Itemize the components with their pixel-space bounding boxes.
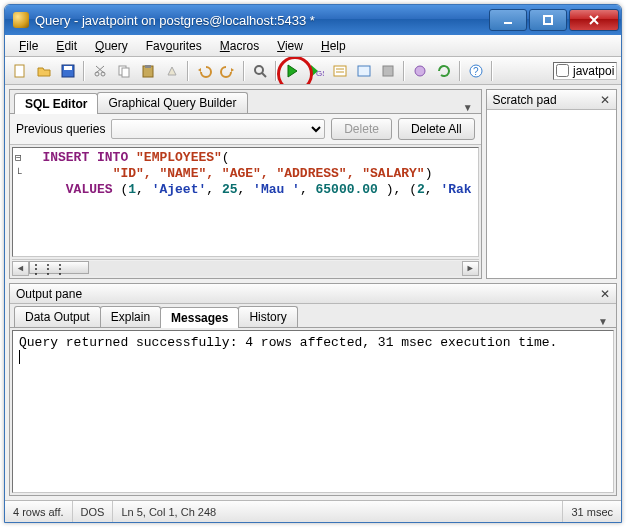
stop-icon[interactable] [377,60,399,82]
svg-text:?: ? [473,66,479,77]
app-icon [13,12,29,28]
menu-query[interactable]: Query [87,37,136,55]
menu-view[interactable]: View [269,37,311,55]
scratch-pad-panel: Scratch pad ✕ [486,89,617,279]
menu-help[interactable]: Help [313,37,354,55]
status-mode: DOS [73,501,114,522]
paste-icon[interactable] [137,60,159,82]
toolbar: GS ? javatpoi [5,57,621,85]
previous-queries-select[interactable] [111,119,325,139]
status-time: 31 msec [563,501,621,522]
save-icon[interactable] [57,60,79,82]
clear-icon[interactable] [161,60,183,82]
statusbar: 4 rows aff. DOS Ln 5, Col 1, Ch 248 31 m… [5,500,621,522]
svg-line-16 [262,73,266,77]
menu-favourites[interactable]: Favourites [138,37,210,55]
output-close-icon[interactable]: ✕ [600,287,610,301]
svg-text:GS: GS [316,69,324,78]
tab-history[interactable]: History [238,306,297,327]
tab-data-output[interactable]: Data Output [14,306,101,327]
output-collapse-icon[interactable]: ▼ [594,316,612,327]
find-icon[interactable] [249,60,271,82]
sql-editor-textarea[interactable]: ⊟└ INSERT INTO "EMPLOYEES"( "ID", "NAME"… [12,147,479,257]
toggle-icon[interactable] [409,60,431,82]
menubar: File Edit Query Favourites Macros View H… [5,35,621,57]
help-icon[interactable]: ? [465,60,487,82]
tab-explain[interactable]: Explain [100,306,161,327]
delete-all-button[interactable]: Delete All [398,118,475,140]
copy-icon[interactable] [113,60,135,82]
output-pane-title: Output pane [16,287,82,301]
explain-analyze-icon[interactable] [353,60,375,82]
menu-macros[interactable]: Macros [212,37,267,55]
cut-icon[interactable] [89,60,111,82]
messages-area[interactable]: Query returned successfully: 4 rows affe… [12,330,614,493]
new-icon[interactable] [9,60,31,82]
execute-button[interactable] [281,60,303,82]
svg-rect-1 [544,16,552,24]
delete-button[interactable]: Delete [331,118,392,140]
menu-edit[interactable]: Edit [48,37,85,55]
svg-rect-18 [334,66,346,76]
execute-pgscript-icon[interactable]: GS [305,60,327,82]
db-label: javatpoi [573,64,614,78]
svg-rect-6 [64,66,72,70]
scroll-thumb[interactable]: ⋮⋮⋮ [29,261,89,274]
scroll-right-icon[interactable]: ► [462,261,479,276]
svg-rect-14 [145,65,151,68]
tab-graphical-query-builder[interactable]: Graphical Query Builder [97,92,247,113]
scroll-left-icon[interactable]: ◄ [12,261,29,276]
scratch-area[interactable] [487,110,616,278]
editor-pane: SQL Editor Graphical Query Builder ▼ Pre… [9,89,482,279]
output-pane: Output pane ✕ Data Output Explain Messag… [9,283,617,496]
tab-sql-editor[interactable]: SQL Editor [14,93,98,114]
database-selector[interactable]: javatpoi [553,62,617,80]
open-icon[interactable] [33,60,55,82]
close-button[interactable] [569,9,619,31]
db-checkbox[interactable] [556,64,569,77]
menu-file[interactable]: File [11,37,46,55]
status-rows: 4 rows aff. [5,501,73,522]
svg-point-15 [255,66,263,74]
scratch-pad-title: Scratch pad [493,93,557,107]
titlebar[interactable]: Query - javatpoint on postgres@localhost… [5,5,621,35]
horizontal-scrollbar[interactable]: ◄ ⋮⋮⋮ ► [12,259,479,276]
minimize-button[interactable] [489,9,527,31]
window-title: Query - javatpoint on postgres@localhost… [35,13,489,28]
status-position: Ln 5, Col 1, Ch 248 [113,501,563,522]
redo-icon[interactable] [217,60,239,82]
refresh-icon[interactable] [433,60,455,82]
svg-point-23 [415,66,425,76]
collapse-icon[interactable]: ▼ [459,102,477,113]
maximize-button[interactable] [529,9,567,31]
svg-rect-22 [383,66,393,76]
svg-rect-12 [122,68,129,77]
tab-messages[interactable]: Messages [160,307,239,328]
explain-icon[interactable] [329,60,351,82]
previous-queries-label: Previous queries [16,122,105,136]
undo-icon[interactable] [193,60,215,82]
app-window: Query - javatpoint on postgres@localhost… [4,4,622,523]
svg-rect-4 [15,65,24,77]
svg-rect-21 [358,66,370,76]
scratch-close-icon[interactable]: ✕ [600,93,610,107]
